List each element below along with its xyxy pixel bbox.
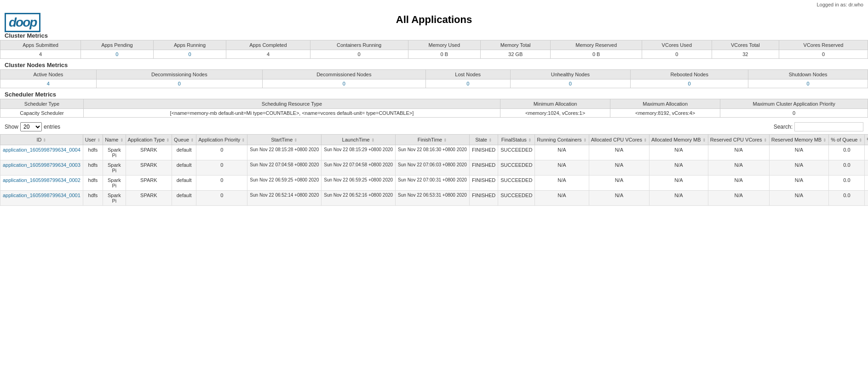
- col-containers-running: Containers Running: [310, 40, 408, 50]
- th-queue[interactable]: Queue ⇕: [172, 135, 196, 145]
- table-row-alloc-cpu: N/A: [589, 191, 649, 206]
- show-entries-control: Show 10 20 50 100 entries: [5, 122, 60, 131]
- th-id[interactable]: ID ⇕: [0, 135, 83, 145]
- table-row-id: application_1605998799634_0001: [0, 191, 83, 206]
- applications-table-container: ID ⇕ User ⇕ Name ⇕ Application Type ⇕ Qu…: [0, 134, 868, 206]
- table-row-user: hdfs: [83, 145, 103, 160]
- table-row-app-type: SPARK: [126, 145, 172, 160]
- search-label: Search:: [774, 124, 793, 130]
- sort-icon-pct-queue: ⇕: [859, 138, 862, 142]
- logged-in-label: Logged in as: dr.who: [816, 2, 863, 7]
- table-row-user: hdfs: [83, 160, 103, 176]
- col-rebooted-nodes: Rebooted Nodes: [631, 70, 748, 79]
- table-row-alloc-mem: N/A: [649, 176, 708, 191]
- table-row-id: application_1605998799634_0004: [0, 145, 83, 160]
- th-alloc-cpu[interactable]: Allocated CPU VCores ⇕: [589, 135, 649, 145]
- table-row-running-containers: N/A: [535, 145, 589, 160]
- sort-icon-user: ⇕: [97, 138, 101, 142]
- table-row-app-type: SPARK: [126, 176, 172, 191]
- th-launch-time[interactable]: LaunchTime ⇕: [322, 135, 396, 145]
- cluster-nodes-metrics-section: Cluster Nodes Metrics Active Nodes Decom…: [0, 62, 868, 88]
- sort-icon-final-status: ⇕: [528, 138, 532, 142]
- th-state[interactable]: State ⇕: [469, 135, 498, 145]
- th-start-time[interactable]: StartTime ⇕: [247, 135, 322, 145]
- table-row-pct-queue: 0.0: [829, 191, 865, 206]
- col-vcores-total: VCores Total: [712, 40, 779, 50]
- th-running-containers[interactable]: Running Containers ⇕: [535, 135, 589, 145]
- scheduling-resource-val: [<name=memory-mb default-unit=Mi type=CO…: [83, 109, 500, 118]
- table-row-queue: default: [172, 145, 196, 160]
- active-nodes-val: 4: [0, 79, 97, 88]
- table-row-pct-queue: 0.0: [829, 160, 865, 176]
- table-row-pct-queue: 0.0: [829, 145, 865, 160]
- app-id-link[interactable]: application_1605998799634_0004: [3, 147, 80, 153]
- entries-select[interactable]: 10 20 50 100: [20, 122, 42, 131]
- page-header: All Applications: [0, 9, 868, 29]
- col-apps-pending: Apps Pending: [81, 40, 153, 50]
- table-row-queue: default: [172, 160, 196, 176]
- vcores-used-val: 0: [642, 50, 712, 59]
- table-row-reserved-mem: N/A: [769, 191, 828, 206]
- table-row-state: FINISHED: [469, 176, 498, 191]
- th-reserved-mem[interactable]: Reserved Memory MB ⇕: [769, 135, 828, 145]
- lost-nodes-val: 0: [425, 79, 510, 88]
- memory-reserved-val: 0 B: [551, 50, 642, 59]
- scheduler-metrics-title: Scheduler Metrics: [5, 91, 863, 98]
- table-row-id: application_1605998799634_0003: [0, 160, 83, 176]
- table-row-pct-cluster: 0.0: [865, 191, 868, 206]
- table-row-user: hdfs: [83, 191, 103, 206]
- th-app-type[interactable]: Application Type ⇕: [126, 135, 172, 145]
- th-finish-time[interactable]: FinishTime ⇕: [396, 135, 470, 145]
- table-row-pct-queue: 0.0: [829, 176, 865, 191]
- col-unhealthy-nodes: Unhealthy Nodes: [510, 70, 630, 79]
- shutdown-nodes-val: 0: [748, 79, 868, 88]
- app-id-link[interactable]: application_1605998799634_0002: [3, 177, 80, 183]
- table-row-name: Spark Pi: [103, 191, 126, 206]
- table-row-id: application_1605998799634_0002: [0, 176, 83, 191]
- table-row-reserved-cpu: N/A: [708, 191, 769, 206]
- table-row-reserved-cpu: N/A: [708, 145, 769, 160]
- search-input[interactable]: [794, 122, 863, 131]
- logo: doop: [5, 13, 40, 32]
- table-row-running-containers: N/A: [535, 160, 589, 176]
- table-row-alloc-cpu: N/A: [589, 160, 649, 176]
- table-row-final-status: SUCCEEDED: [498, 145, 535, 160]
- col-apps-completed: Apps Completed: [226, 40, 310, 50]
- th-pct-cluster[interactable]: % of Cluster ⇕: [865, 135, 868, 145]
- apps-completed-val: 4: [226, 50, 310, 59]
- table-row-priority: 0: [196, 176, 247, 191]
- th-final-status[interactable]: FinalStatus ⇕: [498, 135, 535, 145]
- table-row-pct-cluster: 0.0: [865, 176, 868, 191]
- col-scheduler-type: Scheduler Type: [0, 99, 84, 109]
- th-priority[interactable]: Application Priority ⇕: [196, 135, 247, 145]
- app-id-link[interactable]: application_1605998799634_0003: [3, 162, 80, 168]
- table-row-name: Spark Pi: [103, 145, 126, 160]
- table-row-reserved-cpu: N/A: [708, 160, 769, 176]
- sort-icon-alloc-cpu: ⇕: [644, 138, 647, 142]
- th-name[interactable]: Name ⇕: [103, 135, 126, 145]
- th-alloc-mem[interactable]: Allocated Memory MB ⇕: [649, 135, 708, 145]
- th-reserved-cpu[interactable]: Reserved CPU VCores ⇕: [708, 135, 769, 145]
- th-pct-queue[interactable]: % of Queue ⇕: [829, 135, 865, 145]
- table-row-priority: 0: [196, 160, 247, 176]
- sort-icon-state: ⇕: [489, 138, 492, 142]
- apps-submitted-val: 4: [0, 50, 81, 59]
- page-title: All Applications: [0, 14, 868, 26]
- table-row-queue: default: [172, 176, 196, 191]
- table-row-alloc-mem: N/A: [649, 191, 708, 206]
- max-allocation-val: <memory:8192, vCores:4>: [610, 109, 720, 118]
- table-row-finish-time: Sun Nov 22 08:16:30 +0800 2020: [396, 145, 470, 160]
- app-id-link[interactable]: application_1605998799634_0001: [3, 193, 80, 198]
- th-user[interactable]: User ⇕: [83, 135, 103, 145]
- scheduler-table: Scheduler Type Scheduling Resource Type …: [0, 99, 868, 118]
- col-apps-running: Apps Running: [153, 40, 226, 50]
- sort-icon-priority: ⇕: [241, 138, 245, 142]
- table-row-running-containers: N/A: [535, 191, 589, 206]
- apps-running-val: 0: [153, 50, 226, 59]
- table-row-alloc-cpu: N/A: [589, 145, 649, 160]
- table-row-state: FINISHED: [469, 160, 498, 176]
- col-vcores-reserved: VCores Reserved: [779, 40, 868, 50]
- memory-used-val: 0 B: [408, 50, 480, 59]
- col-memory-reserved: Memory Reserved: [551, 40, 642, 50]
- scheduler-type-val: Capacity Scheduler: [0, 109, 84, 118]
